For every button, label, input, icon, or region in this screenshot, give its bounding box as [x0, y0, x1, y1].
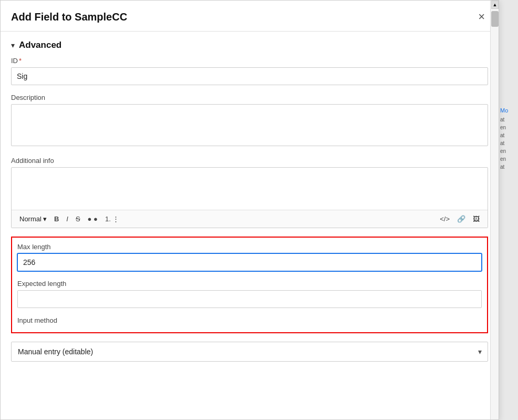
toolbar-link-button[interactable]: 🔗 [454, 213, 468, 224]
rich-text-container: Normal ▾ B I S [11, 167, 488, 228]
side-panel: Mo at en at at en en at [499, 105, 518, 171]
toolbar-italic-button[interactable]: I [64, 213, 71, 224]
expected-length-label: Expected length [17, 280, 482, 288]
dialog-overlay: Add Field to SampleCC × ▾ Advanced ID* D… [0, 0, 518, 420]
side-text-en: en [499, 124, 518, 131]
side-text-en3: en [499, 155, 518, 163]
description-textarea[interactable] [11, 104, 488, 146]
side-text-at3: at [499, 139, 518, 147]
side-text-at: at [499, 116, 518, 124]
normal-label: Normal [19, 215, 42, 223]
dropdown-arrow: ▾ [43, 215, 47, 223]
section-label: Advanced [19, 40, 61, 50]
additional-info-label: Additional info [11, 157, 488, 165]
toolbar-ordered-list-button[interactable]: 1. ⋮ [102, 213, 122, 224]
description-field-group: Description [11, 94, 488, 148]
id-label: ID* [11, 57, 488, 65]
id-field-group: ID* [11, 57, 488, 85]
side-text-at4: at [499, 163, 518, 171]
scrollbar-thumb[interactable] [491, 11, 499, 27]
scrollbar-track: ▲ [490, 1, 499, 419]
toolbar-strikethrough-button[interactable]: S [73, 213, 83, 224]
expected-length-input[interactable] [17, 290, 482, 308]
max-length-label: Max length [17, 243, 482, 251]
max-length-field-group: Max length [17, 243, 482, 271]
toolbar-code-button[interactable]: </> [437, 213, 452, 224]
input-method-label-partial: Input method [17, 316, 482, 324]
description-label: Description [11, 94, 488, 101]
additional-info-editor[interactable] [12, 168, 488, 210]
dialog-header: Add Field to SampleCC × [1, 1, 499, 32]
dialog: Add Field to SampleCC × ▾ Advanced ID* D… [0, 0, 499, 420]
dialog-title: Add Field to SampleCC [11, 11, 127, 23]
toolbar-image-button[interactable]: 🖼 [470, 213, 482, 224]
highlighted-section: Max length Expected length Input method [11, 237, 488, 333]
toolbar-bullet-list-button[interactable]: ● ● [85, 213, 100, 224]
input-method-label: Input method [17, 316, 482, 324]
section-header-advanced[interactable]: ▾ Advanced [11, 32, 488, 57]
scrollbar-up-button[interactable]: ▲ [491, 1, 499, 9]
rich-text-toolbar: Normal ▾ B I S [12, 210, 488, 228]
side-link-mo[interactable]: Mo [499, 105, 518, 116]
input-method-select[interactable]: Manual entry (editable) Dropdown Auto-po… [11, 342, 488, 362]
toolbar-normal-dropdown[interactable]: Normal ▾ [17, 213, 49, 224]
id-input[interactable] [11, 67, 488, 85]
chevron-down-icon: ▾ [11, 41, 15, 49]
additional-info-field-group: Additional info Normal ▾ B [11, 157, 488, 228]
side-text-en2: en [499, 147, 518, 155]
required-star: * [19, 57, 22, 65]
max-length-input[interactable] [17, 253, 482, 271]
expected-length-field-group: Expected length [17, 280, 482, 308]
close-button[interactable]: × [475, 10, 488, 24]
input-method-field-group: Manual entry (editable) Dropdown Auto-po… [11, 342, 488, 362]
toolbar-bold-button[interactable]: B [51, 213, 61, 224]
side-text-at2: at [499, 131, 518, 139]
dialog-body: ▾ Advanced ID* Description Additional in… [1, 32, 499, 381]
